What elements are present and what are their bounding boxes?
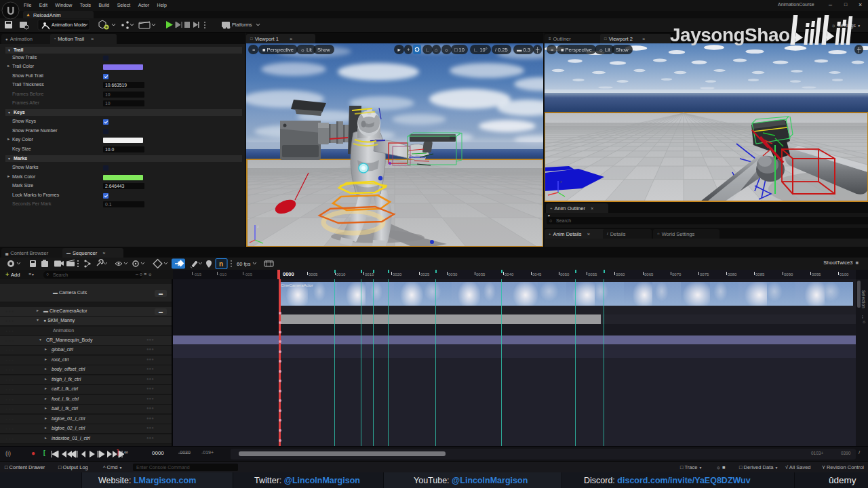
svg-text:z: z: [257, 224, 259, 228]
svg-text:60 fps: 60 fps: [237, 261, 251, 267]
svg-text:z: z: [560, 180, 562, 184]
svg-text:n: n: [219, 260, 223, 268]
svg-text:Animation Mode: Animation Mode: [52, 22, 86, 27]
svg-text:Platforms: Platforms: [232, 22, 252, 27]
